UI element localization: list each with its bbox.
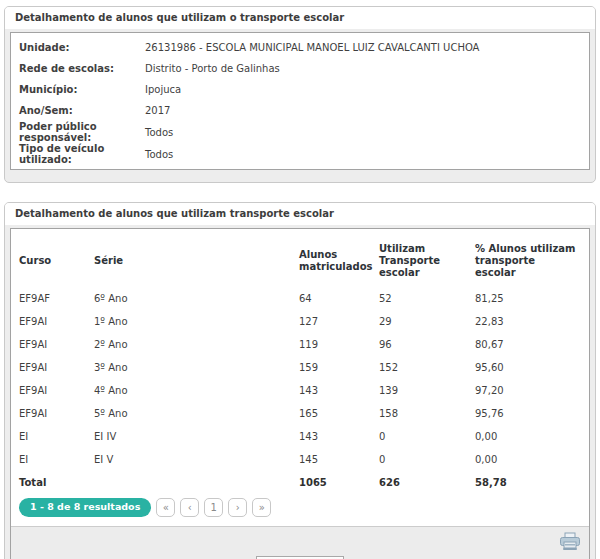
field-value: Distrito - Porto de Galinhas <box>145 63 581 74</box>
results-footer: VOLTAR <box>11 526 589 559</box>
column-header-transporte: Utilizam Transporte escolar <box>379 235 475 287</box>
table-row: EF9AF 6º Ano 64 52 81,25 <box>19 287 580 310</box>
cell-serie: 3º Ano <box>94 356 299 379</box>
last-page-button[interactable]: » <box>252 498 271 517</box>
total-serie-empty <box>94 471 299 494</box>
filters-panel: Detalhamento de alunos que utilizam o tr… <box>4 6 596 183</box>
results-box: Curso Série Alunos matriculados Utilizam… <box>10 228 590 559</box>
cell-transporte: 139 <box>379 379 475 402</box>
results-table-wrap: Curso Série Alunos matriculados Utilizam… <box>11 229 589 494</box>
report-page: Detalhamento de alunos que utilizam o tr… <box>0 0 600 559</box>
cell-matriculados: 165 <box>299 402 379 425</box>
cell-transporte: 0 <box>379 448 475 471</box>
cell-curso: EF9AI <box>19 310 94 333</box>
results-table: Curso Série Alunos matriculados Utilizam… <box>19 235 580 494</box>
cell-curso: EF9AI <box>19 402 94 425</box>
cell-serie: 5º Ano <box>94 402 299 425</box>
results-count-badge: 1 - 8 de 8 resultados <box>19 498 151 517</box>
column-header-matriculados: Alunos matriculados <box>299 235 379 287</box>
field-value: Ipojuca <box>145 84 581 95</box>
cell-curso: EF9AF <box>19 287 94 310</box>
cell-matriculados: 145 <box>299 448 379 471</box>
cell-percentual: 95,76 <box>475 402 580 425</box>
cell-matriculados: 143 <box>299 379 379 402</box>
total-matriculados: 1065 <box>299 471 379 494</box>
table-row: EF9AI 4º Ano 143 139 97,20 <box>19 379 580 402</box>
cell-transporte: 152 <box>379 356 475 379</box>
field-row-poder-publico: Poder público responsável: Todos <box>17 121 583 143</box>
cell-serie: 2º Ano <box>94 333 299 356</box>
cell-percentual: 80,67 <box>475 333 580 356</box>
table-row: EI EI IV 143 0 0,00 <box>19 425 580 448</box>
field-value: Todos <box>145 127 581 138</box>
column-header-curso: Curso <box>19 235 94 287</box>
table-row: EF9AI 3º Ano 159 152 95,60 <box>19 356 580 379</box>
field-row-ano-sem: Ano/Sem: 2017 <box>17 100 583 121</box>
table-total-row: Total 1065 626 58,78 <box>19 471 580 494</box>
previous-page-button[interactable]: ‹ <box>180 498 199 517</box>
table-row: EI EI V 145 0 0,00 <box>19 448 580 471</box>
total-label: Total <box>19 471 94 494</box>
cell-percentual: 81,25 <box>475 287 580 310</box>
cell-percentual: 0,00 <box>475 425 580 448</box>
cell-matriculados: 64 <box>299 287 379 310</box>
field-value: 2017 <box>145 105 581 116</box>
cell-transporte: 96 <box>379 333 475 356</box>
filters-panel-title: Detalhamento de alunos que utilizam o tr… <box>15 12 344 23</box>
field-row-tipo-veiculo: Tipo de veículo utilizado: Todos <box>17 143 583 165</box>
cell-matriculados: 159 <box>299 356 379 379</box>
field-row-municipio: Município: Ipojuca <box>17 79 583 100</box>
cell-matriculados: 143 <box>299 425 379 448</box>
results-panel-title: Detalhamento de alunos que utilizam tran… <box>15 208 334 219</box>
cell-percentual: 97,20 <box>475 379 580 402</box>
cell-transporte: 0 <box>379 425 475 448</box>
table-header-row: Curso Série Alunos matriculados Utilizam… <box>19 235 580 287</box>
cell-matriculados: 119 <box>299 333 379 356</box>
next-page-button[interactable]: › <box>228 498 247 517</box>
cell-transporte: 158 <box>379 402 475 425</box>
filters-box: Unidade: 26131986 - ESCOLA MUNICIPAL MAN… <box>10 32 590 170</box>
field-label: Tipo de veículo utilizado: <box>19 143 145 165</box>
column-header-percentual: % Alunos utilizam transporte escolar <box>475 235 580 287</box>
field-label: Rede de escolas: <box>19 63 145 74</box>
field-value: 26131986 - ESCOLA MUNICIPAL MANOEL LUIZ … <box>145 42 581 53</box>
cell-curso: EF9AI <box>19 356 94 379</box>
cell-percentual: 95,60 <box>475 356 580 379</box>
cell-serie: 6º Ano <box>94 287 299 310</box>
first-page-button[interactable]: « <box>156 498 175 517</box>
table-row: EF9AI 1º Ano 127 29 22,83 <box>19 310 580 333</box>
cell-matriculados: 127 <box>299 310 379 333</box>
printer-icon[interactable] <box>558 532 582 552</box>
cell-percentual: 22,83 <box>475 310 580 333</box>
total-transporte: 626 <box>379 471 475 494</box>
table-row: EF9AI 2º Ano 119 96 80,67 <box>19 333 580 356</box>
results-panel-body: Curso Série Alunos matriculados Utilizam… <box>5 225 595 559</box>
cell-serie: EI IV <box>94 425 299 448</box>
field-row-rede: Rede de escolas: Distrito - Porto de Gal… <box>17 58 583 79</box>
cell-curso: EI <box>19 448 94 471</box>
filters-panel-header: Detalhamento de alunos que utilizam o tr… <box>5 7 595 29</box>
field-label: Poder público responsável: <box>19 121 145 143</box>
cell-serie: 1º Ano <box>94 310 299 333</box>
cell-percentual: 0,00 <box>475 448 580 471</box>
field-label: Unidade: <box>19 42 145 53</box>
cell-curso: EI <box>19 425 94 448</box>
table-row: EF9AI 5º Ano 165 158 95,76 <box>19 402 580 425</box>
page-1-button[interactable]: 1 <box>204 498 223 517</box>
field-label: Município: <box>19 84 145 95</box>
cell-curso: EF9AI <box>19 379 94 402</box>
field-label: Ano/Sem: <box>19 105 145 116</box>
cell-curso: EF9AI <box>19 333 94 356</box>
pagination-bar: 1 - 8 de 8 resultados « ‹ 1 › » <box>11 494 589 526</box>
filters-panel-body: Unidade: 26131986 - ESCOLA MUNICIPAL MAN… <box>5 29 595 182</box>
cell-serie: EI V <box>94 448 299 471</box>
column-header-serie: Série <box>94 235 299 287</box>
field-value: Todos <box>145 149 581 160</box>
results-panel: Detalhamento de alunos que utilizam tran… <box>4 202 596 559</box>
total-percentual: 58,78 <box>475 471 580 494</box>
cell-transporte: 29 <box>379 310 475 333</box>
cell-transporte: 52 <box>379 287 475 310</box>
field-row-unidade: Unidade: 26131986 - ESCOLA MUNICIPAL MAN… <box>17 37 583 58</box>
cell-serie: 4º Ano <box>94 379 299 402</box>
results-panel-header: Detalhamento de alunos que utilizam tran… <box>5 203 595 225</box>
